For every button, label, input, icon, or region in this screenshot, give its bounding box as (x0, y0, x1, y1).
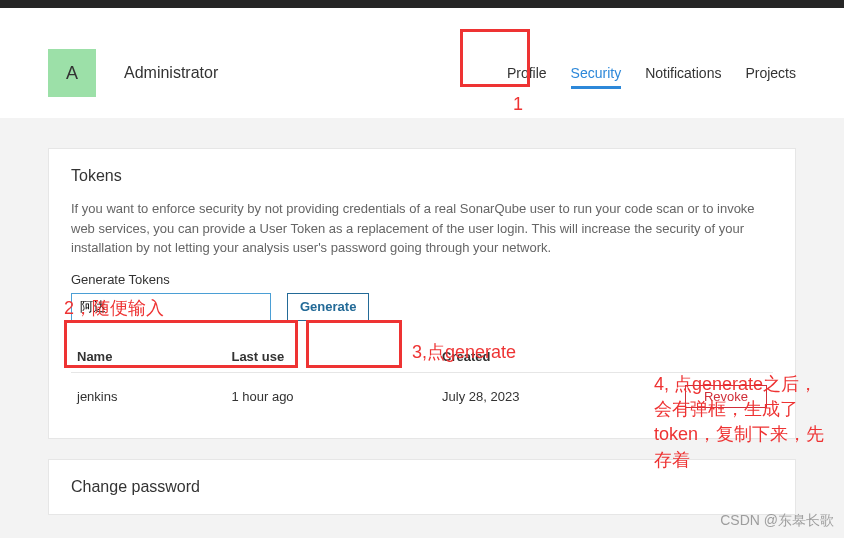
tokens-description: If you want to enforce security by not p… (71, 199, 773, 258)
account-header: A Administrator Profile Security Notific… (0, 8, 844, 118)
content-area: Tokens If you want to enforce security b… (0, 118, 844, 515)
avatar: A (48, 49, 96, 97)
cell-name: jenkins (71, 372, 225, 420)
username-label: Administrator (124, 64, 507, 82)
top-bar (0, 0, 844, 8)
tab-notifications[interactable]: Notifications (645, 65, 721, 87)
tab-profile[interactable]: Profile (507, 65, 547, 87)
col-last-use: Last use (225, 341, 436, 373)
col-actions (647, 341, 773, 373)
avatar-letter: A (66, 63, 78, 84)
account-tabs: Profile Security Notifications Projects (507, 59, 796, 87)
token-name-input[interactable] (71, 293, 271, 321)
tab-security[interactable]: Security (571, 65, 622, 87)
generate-row: Generate (71, 293, 773, 321)
revoke-button[interactable]: Revoke (685, 385, 767, 408)
cell-last-use: 1 hour ago (225, 372, 436, 420)
watermark: CSDN @东皋长歌 (720, 512, 834, 530)
generate-button[interactable]: Generate (287, 293, 369, 321)
tab-projects[interactable]: Projects (745, 65, 796, 87)
cell-created: July 28, 2023 (436, 372, 647, 420)
change-password-panel: Change password (48, 459, 796, 515)
col-name: Name (71, 341, 225, 373)
tokens-panel: Tokens If you want to enforce security b… (48, 148, 796, 439)
change-password-title: Change password (71, 478, 773, 496)
generate-tokens-label: Generate Tokens (71, 272, 773, 287)
table-row: jenkins 1 hour ago July 28, 2023 Revoke (71, 372, 773, 420)
col-created: Created (436, 341, 647, 373)
tokens-table: Name Last use Created jenkins 1 hour ago… (71, 341, 773, 420)
tokens-title: Tokens (71, 167, 773, 185)
